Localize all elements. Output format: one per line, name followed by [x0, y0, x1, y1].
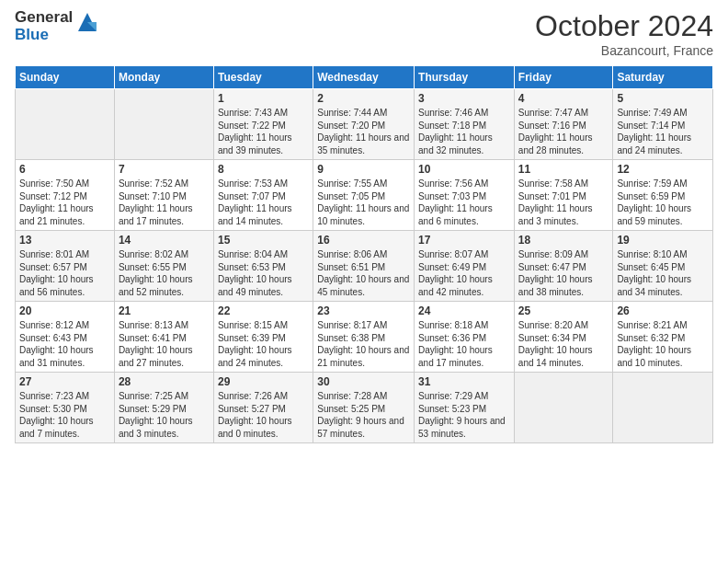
- day-info: Sunrise: 7:26 AMSunset: 5:27 PMDaylight:…: [218, 390, 309, 440]
- calendar-week-row-1: 1Sunrise: 7:43 AMSunset: 7:22 PMDaylight…: [16, 89, 713, 160]
- calendar-cell: 25Sunrise: 8:20 AMSunset: 6:34 PMDayligh…: [514, 302, 613, 373]
- calendar-cell: 15Sunrise: 8:04 AMSunset: 6:53 PMDayligh…: [213, 231, 313, 302]
- day-info: Sunrise: 7:56 AMSunset: 7:03 PMDaylight:…: [418, 178, 510, 227]
- day-info: Sunrise: 8:06 AMSunset: 6:51 PMDaylight:…: [317, 248, 410, 298]
- calendar-table: Sunday Monday Tuesday Wednesday Thursday…: [15, 65, 713, 443]
- calendar-cell: 9Sunrise: 7:55 AMSunset: 7:05 PMDaylight…: [313, 160, 415, 231]
- day-number: 11: [518, 163, 609, 176]
- day-number: 15: [218, 234, 309, 247]
- day-number: 18: [518, 234, 609, 247]
- day-info: Sunrise: 8:04 AMSunset: 6:53 PMDaylight:…: [218, 248, 309, 298]
- day-number: 24: [418, 304, 510, 317]
- calendar-cell: 14Sunrise: 8:02 AMSunset: 6:55 PMDayligh…: [114, 231, 213, 302]
- calendar-cell: 7Sunrise: 7:52 AMSunset: 7:10 PMDaylight…: [114, 160, 213, 231]
- day-number: 21: [119, 304, 210, 317]
- day-number: 17: [418, 234, 510, 247]
- col-thursday: Thursday: [415, 66, 515, 89]
- day-number: 12: [617, 163, 709, 176]
- day-number: 22: [218, 304, 309, 317]
- day-number: 5: [617, 92, 709, 105]
- day-info: Sunrise: 7:29 AMSunset: 5:23 PMDaylight:…: [418, 390, 510, 440]
- logo-text: General Blue: [15, 9, 73, 43]
- day-number: 31: [418, 375, 510, 388]
- day-info: Sunrise: 7:47 AMSunset: 7:16 PMDaylight:…: [518, 107, 609, 156]
- day-info: Sunrise: 8:07 AMSunset: 6:49 PMDaylight:…: [418, 248, 510, 298]
- day-number: 8: [218, 163, 309, 176]
- col-wednesday: Wednesday: [313, 66, 415, 89]
- day-info: Sunrise: 8:20 AMSunset: 6:34 PMDaylight:…: [518, 319, 609, 369]
- day-number: 20: [19, 304, 110, 317]
- day-info: Sunrise: 7:44 AMSunset: 7:20 PMDaylight:…: [317, 107, 410, 156]
- calendar-cell: [613, 373, 713, 443]
- day-info: Sunrise: 7:28 AMSunset: 5:25 PMDaylight:…: [317, 390, 410, 440]
- location: Bazancourt, France: [535, 43, 713, 58]
- day-number: 6: [19, 163, 110, 176]
- calendar-cell: 28Sunrise: 7:25 AMSunset: 5:29 PMDayligh…: [114, 373, 213, 443]
- day-number: 10: [418, 163, 510, 176]
- day-info: Sunrise: 8:15 AMSunset: 6:39 PMDaylight:…: [218, 319, 309, 369]
- day-number: 26: [617, 304, 709, 317]
- day-number: 28: [119, 375, 210, 388]
- calendar-week-row-3: 13Sunrise: 8:01 AMSunset: 6:57 PMDayligh…: [16, 231, 713, 302]
- day-number: 1: [218, 92, 309, 105]
- day-info: Sunrise: 7:55 AMSunset: 7:05 PMDaylight:…: [317, 178, 410, 227]
- calendar-cell: 6Sunrise: 7:50 AMSunset: 7:12 PMDaylight…: [16, 160, 115, 231]
- day-info: Sunrise: 8:09 AMSunset: 6:47 PMDaylight:…: [518, 248, 609, 298]
- calendar-cell: 30Sunrise: 7:28 AMSunset: 5:25 PMDayligh…: [313, 373, 415, 443]
- month-title: October 2024: [535, 9, 713, 43]
- day-info: Sunrise: 8:18 AMSunset: 6:36 PMDaylight:…: [418, 319, 510, 369]
- logo: General Blue: [15, 9, 100, 43]
- col-tuesday: Tuesday: [213, 66, 313, 89]
- calendar-cell: 27Sunrise: 7:23 AMSunset: 5:30 PMDayligh…: [16, 373, 115, 443]
- calendar-cell: 21Sunrise: 8:13 AMSunset: 6:41 PMDayligh…: [114, 302, 213, 373]
- calendar-week-row-2: 6Sunrise: 7:50 AMSunset: 7:12 PMDaylight…: [16, 160, 713, 231]
- calendar-cell: 17Sunrise: 8:07 AMSunset: 6:49 PMDayligh…: [415, 231, 515, 302]
- day-number: 30: [317, 375, 410, 388]
- day-info: Sunrise: 7:53 AMSunset: 7:07 PMDaylight:…: [218, 178, 309, 227]
- day-info: Sunrise: 8:12 AMSunset: 6:43 PMDaylight:…: [19, 319, 110, 369]
- calendar-cell: 19Sunrise: 8:10 AMSunset: 6:45 PMDayligh…: [613, 231, 713, 302]
- day-info: Sunrise: 7:58 AMSunset: 7:01 PMDaylight:…: [518, 178, 609, 227]
- calendar-cell: 31Sunrise: 7:29 AMSunset: 5:23 PMDayligh…: [415, 373, 515, 443]
- day-number: 13: [19, 234, 110, 247]
- calendar-week-row-4: 20Sunrise: 8:12 AMSunset: 6:43 PMDayligh…: [16, 302, 713, 373]
- calendar-cell: [114, 89, 213, 160]
- day-number: 19: [617, 234, 709, 247]
- calendar-cell: [514, 373, 613, 443]
- day-info: Sunrise: 8:01 AMSunset: 6:57 PMDaylight:…: [19, 248, 110, 298]
- calendar-cell: 16Sunrise: 8:06 AMSunset: 6:51 PMDayligh…: [313, 231, 415, 302]
- calendar-cell: 1Sunrise: 7:43 AMSunset: 7:22 PMDaylight…: [213, 89, 313, 160]
- day-number: 25: [518, 304, 609, 317]
- header: General Blue October 2024 Bazancourt, Fr…: [15, 9, 713, 58]
- calendar-cell: 2Sunrise: 7:44 AMSunset: 7:20 PMDaylight…: [313, 89, 415, 160]
- calendar-cell: 18Sunrise: 8:09 AMSunset: 6:47 PMDayligh…: [514, 231, 613, 302]
- col-sunday: Sunday: [16, 66, 115, 89]
- day-number: 9: [317, 163, 410, 176]
- calendar-week-row-5: 27Sunrise: 7:23 AMSunset: 5:30 PMDayligh…: [16, 373, 713, 443]
- calendar-cell: 22Sunrise: 8:15 AMSunset: 6:39 PMDayligh…: [213, 302, 313, 373]
- calendar-header-row: Sunday Monday Tuesday Wednesday Thursday…: [16, 66, 713, 89]
- calendar-cell: 12Sunrise: 7:59 AMSunset: 6:59 PMDayligh…: [613, 160, 713, 231]
- col-monday: Monday: [114, 66, 213, 89]
- day-info: Sunrise: 7:50 AMSunset: 7:12 PMDaylight:…: [19, 178, 110, 227]
- col-friday: Friday: [514, 66, 613, 89]
- day-info: Sunrise: 7:25 AMSunset: 5:29 PMDaylight:…: [119, 390, 210, 440]
- day-number: 2: [317, 92, 410, 105]
- calendar-cell: 29Sunrise: 7:26 AMSunset: 5:27 PMDayligh…: [213, 373, 313, 443]
- day-number: 3: [418, 92, 510, 105]
- calendar-cell: 23Sunrise: 8:17 AMSunset: 6:38 PMDayligh…: [313, 302, 415, 373]
- calendar-cell: 20Sunrise: 8:12 AMSunset: 6:43 PMDayligh…: [16, 302, 115, 373]
- logo-icon: [74, 9, 100, 35]
- day-number: 7: [119, 163, 210, 176]
- day-number: 27: [19, 375, 110, 388]
- day-number: 29: [218, 375, 309, 388]
- day-info: Sunrise: 8:02 AMSunset: 6:55 PMDaylight:…: [119, 248, 210, 298]
- day-info: Sunrise: 7:49 AMSunset: 7:14 PMDaylight:…: [617, 107, 709, 156]
- day-number: 23: [317, 304, 410, 317]
- day-info: Sunrise: 7:23 AMSunset: 5:30 PMDaylight:…: [19, 390, 110, 440]
- calendar-cell: 4Sunrise: 7:47 AMSunset: 7:16 PMDaylight…: [514, 89, 613, 160]
- calendar-cell: 10Sunrise: 7:56 AMSunset: 7:03 PMDayligh…: [415, 160, 515, 231]
- calendar-cell: 11Sunrise: 7:58 AMSunset: 7:01 PMDayligh…: [514, 160, 613, 231]
- calendar-cell: 26Sunrise: 8:21 AMSunset: 6:32 PMDayligh…: [613, 302, 713, 373]
- col-saturday: Saturday: [613, 66, 713, 89]
